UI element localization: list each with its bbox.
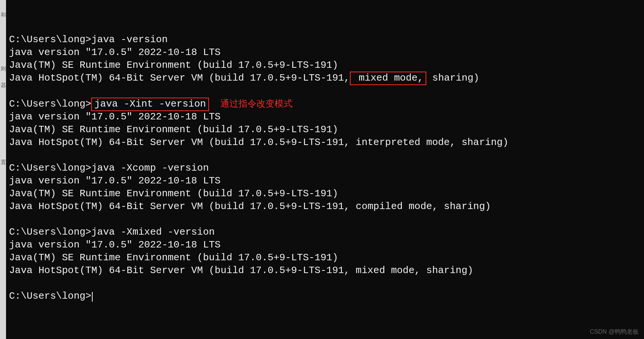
command-highlight: java -Xint -version [91, 98, 209, 111]
output-line: Java(TM) SE Runtime Environment (build 1… [9, 124, 338, 135]
prompt: C:\Users\long> [9, 34, 91, 45]
cursor [92, 292, 93, 302]
output-line: java version "17.0.5" 2022-10-18 LTS [9, 175, 221, 186]
output-line: sharing) [426, 72, 479, 84]
annotation-text: 通过指令改变模式 [220, 98, 293, 108]
output-line: java version "17.0.5" 2022-10-18 LTS [9, 111, 221, 122]
prompt: C:\Users\long> [9, 290, 91, 302]
command-text: java -Xmixed -version [91, 226, 215, 238]
output-line: Java HotSpot(TM) 64-Bit Server VM (build… [9, 201, 491, 212]
output-line: Java HotSpot(TM) 64-Bit Server VM (build… [9, 72, 350, 84]
output-line: Java(TM) SE Runtime Environment (build 1… [9, 188, 338, 199]
prompt: C:\Users\long> [9, 162, 91, 174]
output-line: java version "17.0.5" 2022-10-18 LTS [9, 239, 221, 250]
mixed-mode-highlight: mixed mode, [350, 72, 426, 85]
output-line: Java(TM) SE Runtime Environment (build 1… [9, 60, 338, 71]
watermark: CSDN @鸭鸭老板 [590, 328, 639, 336]
prompt: C:\Users\long> [9, 98, 91, 110]
output-line: Java(TM) SE Runtime Environment (build 1… [9, 252, 338, 263]
prompt: C:\Users\long> [9, 226, 91, 238]
command-text: java -version [91, 34, 168, 45]
terminal-output[interactable]: C:\Users\long>java -version java version… [9, 8, 640, 302]
editor-left-strip: 和 则 器 置 [0, 0, 6, 339]
command-text: java -Xcomp -version [91, 162, 209, 174]
output-line: java version "17.0.5" 2022-10-18 LTS [9, 47, 221, 58]
output-line: Java HotSpot(TM) 64-Bit Server VM (build… [9, 137, 508, 148]
output-line: Java HotSpot(TM) 64-Bit Server VM (build… [9, 265, 473, 276]
